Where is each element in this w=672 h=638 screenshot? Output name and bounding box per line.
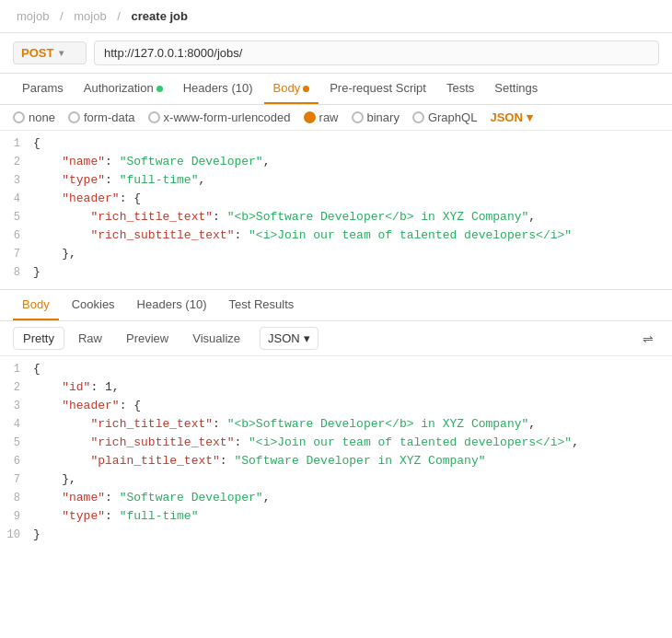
resp-code-line-8: 8 "name": "Software Developer", [0, 491, 672, 509]
method-chevron: ▾ [59, 48, 64, 58]
response-tabs: Body Cookies Headers (10) Test Results [0, 290, 672, 321]
json-label: JSON [490, 110, 522, 124]
line-content: "rich_subtitle_text": "<i>Join our team … [33, 435, 672, 449]
line-number: 9 [0, 509, 33, 523]
tab-params[interactable]: Params [13, 74, 73, 104]
radio-none [13, 111, 25, 123]
line-content: "name": "Software Developer", [33, 491, 672, 505]
line-number: 8 [0, 265, 33, 279]
radio-raw [304, 111, 316, 123]
line-number: 3 [0, 399, 33, 412]
pretty-bar: Pretty Raw Preview Visualize JSON ▾ ⇌ [0, 321, 672, 356]
json-dropdown[interactable]: JSON ▾ [490, 110, 532, 124]
line-content: "header": { [33, 399, 672, 412]
line-number: 1 [0, 136, 33, 150]
url-bar: POST ▾ [0, 33, 672, 74]
resp-code-line-4: 4 "rich_title_text": "<b>Software Develo… [0, 417, 672, 435]
tab-authorization[interactable]: Authorization [75, 74, 172, 104]
authorization-dot [156, 86, 163, 92]
line-content: "header": { [33, 191, 672, 205]
resp-tab-body[interactable]: Body [13, 290, 59, 320]
line-number: 3 [0, 173, 33, 187]
pretty-btn-visualize[interactable]: Visualize [182, 327, 250, 350]
req-code-line-7: 7 }, [0, 247, 672, 265]
radio-urlencoded [148, 111, 160, 123]
bodytype-binary[interactable]: binary [352, 110, 400, 124]
req-code-line-8: 8} [0, 265, 672, 284]
bodytype-raw[interactable]: raw [304, 110, 339, 124]
line-number: 4 [0, 191, 33, 205]
line-number: 2 [0, 155, 33, 168]
line-content: "name": "Software Developer", [33, 155, 672, 168]
body-type-bar: none form-data x-www-form-urlencoded raw… [0, 105, 672, 131]
pretty-btn-raw[interactable]: Raw [68, 327, 112, 350]
line-number: 5 [0, 210, 33, 224]
req-code-line-5: 5 "rich_title_text": "<b>Software Develo… [0, 210, 672, 228]
line-content: } [33, 528, 672, 541]
radio-graphql [412, 111, 424, 123]
req-code-line-3: 3 "type": "full-time", [0, 173, 672, 191]
tab-body[interactable]: Body [264, 74, 319, 104]
line-content: "type": "full-time", [33, 173, 672, 187]
req-code-line-4: 4 "header": { [0, 191, 672, 210]
method-label: POST [21, 46, 53, 60]
line-content: "plain_title_text": "Software Developer … [33, 454, 672, 468]
req-code-line-6: 6 "rich_subtitle_text": "<i>Join our tea… [0, 228, 672, 247]
line-number: 8 [0, 491, 33, 505]
url-input[interactable] [94, 41, 659, 65]
resp-tab-headers[interactable]: Headers (10) [128, 290, 216, 320]
breadcrumb-current: create job [132, 9, 188, 23]
resp-code-line-1: 1{ [0, 362, 672, 380]
line-content: "id": 1, [33, 380, 672, 394]
line-number: 4 [0, 417, 33, 431]
line-number: 6 [0, 454, 33, 468]
req-code-line-1: 1{ [0, 136, 672, 155]
bodytype-none[interactable]: none [13, 110, 55, 124]
request-tabs: Params Authorization Headers (10) Body P… [0, 74, 672, 105]
resp-json-label: JSON [268, 331, 300, 345]
line-content: "rich_title_text": "<b>Software Develope… [33, 417, 672, 431]
breadcrumb-part1[interactable]: mojob [17, 9, 49, 23]
line-number: 1 [0, 362, 33, 376]
line-number: 10 [0, 528, 33, 541]
resp-json-chevron: ▾ [304, 331, 310, 345]
body-dot [303, 86, 309, 92]
bodytype-formdata[interactable]: form-data [68, 110, 135, 124]
resp-code-line-9: 9 "type": "full-time" [0, 509, 672, 528]
resp-code-line-5: 5 "rich_subtitle_text": "<i>Join our tea… [0, 435, 672, 454]
tab-settings[interactable]: Settings [485, 74, 547, 104]
resp-code-line-10: 10} [0, 528, 672, 546]
breadcrumb-part2[interactable]: mojob [74, 9, 106, 23]
line-content: }, [33, 247, 672, 261]
method-select[interactable]: POST ▾ [13, 41, 87, 64]
line-content: "rich_title_text": "<b>Software Develope… [33, 210, 672, 224]
line-content: }, [33, 472, 672, 486]
radio-binary [352, 111, 364, 123]
line-content: { [33, 136, 672, 150]
tab-headers[interactable]: Headers (10) [174, 74, 262, 104]
line-number: 5 [0, 435, 33, 449]
resp-code-line-2: 2 "id": 1, [0, 380, 672, 399]
line-content: "rich_subtitle_text": "<i>Join our team … [33, 228, 672, 242]
resp-tab-testresults[interactable]: Test Results [219, 290, 303, 320]
resp-json-select[interactable]: JSON ▾ [260, 327, 319, 350]
line-content: { [33, 362, 672, 376]
resp-tab-cookies[interactable]: Cookies [63, 290, 124, 320]
pretty-btn-pretty[interactable]: Pretty [13, 327, 64, 350]
resp-code-line-3: 3 "header": { [0, 399, 672, 417]
line-number: 6 [0, 228, 33, 242]
json-chevron: ▾ [527, 110, 533, 124]
line-number: 7 [0, 472, 33, 486]
bodytype-graphql[interactable]: GraphQL [412, 110, 477, 124]
line-number: 7 [0, 247, 33, 261]
line-content: "type": "full-time" [33, 509, 672, 523]
filter-icon[interactable]: ⇌ [637, 330, 659, 348]
resp-code-line-7: 7 }, [0, 472, 672, 491]
pretty-btn-preview[interactable]: Preview [116, 327, 179, 350]
line-content: } [33, 265, 672, 279]
tab-tests[interactable]: Tests [437, 74, 483, 104]
tab-prerequest[interactable]: Pre-request Script [320, 74, 435, 104]
response-code-editor[interactable]: 1{2 "id": 1,3 "header": {4 "rich_title_t… [0, 356, 672, 551]
bodytype-urlencoded[interactable]: x-www-form-urlencoded [148, 110, 291, 124]
request-code-editor[interactable]: 1{2 "name": "Software Developer",3 "type… [0, 131, 672, 290]
